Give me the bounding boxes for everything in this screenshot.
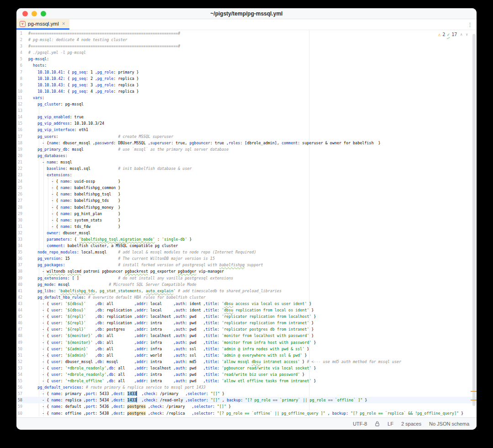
line-number[interactable]: 43 — [16, 300, 28, 307]
schema-label[interactable]: No JSON schema — [429, 421, 469, 427]
code-line[interactable]: 12 pg_cluster: pg-mssql — [16, 101, 477, 107]
code-line[interactable]: 4# ./pgsql.yml -l pg-mssql — [16, 49, 477, 56]
code-line[interactable]: 45 - { user: '${repl}' ,db: replication … — [16, 313, 477, 320]
line-number[interactable]: 44 — [16, 307, 28, 313]
code-line[interactable]: 6 hosts: — [16, 62, 477, 69]
code-line[interactable]: 59 - { name: default ,port: 5436 ,dest: … — [16, 403, 477, 410]
line-number[interactable]: 22 — [16, 165, 28, 172]
code-line[interactable]: 27 - { name: babelfishpg_tds } — [16, 197, 477, 204]
code-line[interactable]: 7 10.10.10.41: { pg_seq: 1 ,pg_role: pri… — [16, 69, 477, 75]
line-number[interactable]: 21 — [16, 159, 28, 165]
line-number[interactable]: 32 — [16, 230, 28, 236]
line-number[interactable]: 59 — [16, 403, 28, 410]
encoding-label[interactable]: UTF-8 — [353, 421, 367, 427]
code-line[interactable]: 48 - { user: '${monitor}' ,db: all ,addr… — [16, 332, 477, 339]
code-line[interactable]: 23 extensions: — [16, 172, 477, 178]
code-line[interactable]: 37 pg_packages: # install forked version… — [16, 262, 477, 268]
code-line[interactable]: 25 - { name: babelfishpg_common } — [16, 184, 477, 191]
line-number[interactable]: 24 — [16, 178, 28, 184]
code-line[interactable]: 58 - { name: replica ,port: 5434 ,dest: … — [16, 397, 477, 403]
line-number[interactable]: 28 — [16, 204, 28, 211]
line-number[interactable]: 10 — [16, 88, 28, 95]
line-number[interactable]: 47 — [16, 326, 28, 332]
line-number[interactable]: 42 — [16, 294, 28, 300]
error-stripe-mark[interactable] — [471, 400, 477, 401]
code-line[interactable]: 26 - { name: babelfishpg_tsql } — [16, 191, 477, 197]
code-line[interactable]: 33 parameters: { 'babelfishpg_tsql.migra… — [16, 236, 477, 242]
line-number[interactable]: 25 — [16, 184, 28, 191]
editor[interactable]: 1#======================================… — [16, 30, 477, 417]
code-line[interactable]: 5pg-mssql: — [16, 56, 477, 62]
code-line[interactable]: 34 comment: babelfish cluster, a MSSQL c… — [16, 242, 477, 249]
code-line[interactable]: 9 10.10.10.43: { pg_seq: 3 ,pg_role: rep… — [16, 82, 477, 88]
code-line[interactable]: 55 - { user: '+dbrole_offline' ,db: all … — [16, 378, 477, 384]
code-line[interactable]: 51 - { user: '${admin}' ,db: all ,addr: … — [16, 352, 477, 358]
code-line[interactable]: 19 pg_primary_db: mssql # use `mssql` as… — [16, 146, 477, 153]
code-line[interactable]: 38 - wiltondb sqlcmd patroni pgbouncer p… — [16, 268, 477, 274]
code-line[interactable]: 56 pg_default_services: # route primary … — [16, 384, 477, 390]
line-number[interactable]: 60 — [16, 410, 28, 416]
line-number[interactable]: 39 — [16, 275, 28, 281]
next-problem-icon[interactable]: ∨ — [466, 32, 468, 37]
line-number[interactable]: 37 — [16, 262, 28, 268]
line-number[interactable]: 45 — [16, 313, 28, 320]
code-line[interactable]: 49 - { user: '${monitor}' ,db: all ,addr… — [16, 339, 477, 346]
error-stripe-mark[interactable] — [471, 391, 477, 392]
code-line[interactable]: 39 pg_extensions: [ ] # do not install a… — [16, 275, 477, 281]
code-line[interactable]: 32 owner: dbuser_mssql — [16, 230, 477, 236]
lock-icon[interactable] — [375, 421, 380, 427]
code-line[interactable]: 53 - { user: '+dbrole_readonly',db: all … — [16, 365, 477, 371]
indent-label[interactable]: 2 spaces — [401, 421, 421, 427]
code-line[interactable]: 35 node_repo_modules: local,mssql # add … — [16, 249, 477, 255]
code-line[interactable]: 42 pg_default_hba_rules: # overwrite def… — [16, 294, 477, 300]
more-options-icon[interactable]: ⋮ — [467, 19, 472, 30]
line-number[interactable]: 15 — [16, 120, 28, 126]
code-line[interactable]: 16 pg_vip_interface: eth1 — [16, 126, 477, 133]
code-line[interactable]: 44 - { user: '${dbsu}' ,db: replication … — [16, 307, 477, 313]
code-line[interactable]: 8 10.10.10.42: { pg_seq: 2 ,pg_role: rep… — [16, 75, 477, 82]
line-number[interactable]: 38 — [16, 268, 28, 274]
line-number[interactable]: 5 — [16, 56, 28, 62]
line-number[interactable]: 52 — [16, 358, 28, 365]
line-number[interactable]: 19 — [16, 146, 28, 153]
tab-close-icon[interactable]: × — [62, 21, 65, 26]
code-line[interactable]: 52 - { user: dbuser_mssql ,db: mssql ,ad… — [16, 358, 477, 365]
code-line[interactable]: 60 - { name: offline ,port: 5438 ,dest: … — [16, 410, 477, 416]
line-number[interactable]: 54 — [16, 371, 28, 378]
code-line[interactable]: 31 - { name: tds_fdw } — [16, 223, 477, 230]
code-line[interactable]: 30 - { name: system_stats } — [16, 217, 477, 223]
code-line[interactable]: 24 - { name: uuid-ossp } — [16, 178, 477, 184]
code-line[interactable]: 43 - { user: '${dbsu}' ,db: all ,addr: l… — [16, 300, 477, 307]
close-window-button[interactable] — [22, 11, 28, 16]
code-line[interactable]: 10 10.10.10.44: { pg_seq: 4 ,pg_role: re… — [16, 88, 477, 95]
line-number[interactable]: 53 — [16, 365, 28, 371]
line-number[interactable]: 55 — [16, 378, 28, 384]
code-line[interactable]: 29 - { name: pg_hint_plan } — [16, 211, 477, 217]
line-number[interactable]: 41 — [16, 288, 28, 294]
line-number[interactable]: 57 — [16, 390, 28, 397]
minimize-window-button[interactable] — [31, 11, 37, 16]
tab-pg-mssql-yml[interactable]: Y pg-mssql.yml × — [16, 19, 69, 30]
code-line[interactable]: 3#======================================… — [16, 43, 477, 49]
line-number[interactable]: 27 — [16, 197, 28, 204]
line-number[interactable]: 29 — [16, 211, 28, 217]
line-number[interactable]: 51 — [16, 352, 28, 358]
inspections-widget[interactable]: ⚠2 ✓17 ∧ ∨ — [436, 32, 469, 37]
line-number[interactable]: 58 — [16, 397, 28, 403]
code-line[interactable]: 17 pg_users: # create MSSQL superuser — [16, 133, 477, 140]
code-line[interactable]: 47 - { user: '${repl}' ,db: postgres ,ad… — [16, 326, 477, 332]
code-line[interactable]: 22 baseline: mssql.sql # init babelfish … — [16, 165, 477, 172]
line-number[interactable]: 23 — [16, 172, 28, 178]
code-line[interactable]: 13 — [16, 107, 477, 114]
line-number[interactable]: 18 — [16, 140, 28, 146]
line-number[interactable]: 2 — [16, 37, 28, 43]
code-line[interactable]: 50 - { user: '${admin}' ,db: all ,addr: … — [16, 346, 477, 352]
line-number[interactable]: 40 — [16, 281, 28, 288]
line-number[interactable]: 26 — [16, 191, 28, 197]
code-line[interactable]: 2# pg-mssql: dedicate 4 node testing clu… — [16, 37, 477, 43]
line-number[interactable]: 49 — [16, 339, 28, 346]
code-line[interactable]: 18 - {name: dbuser_mssql ,password: DBUs… — [16, 140, 477, 146]
line-number[interactable]: 16 — [16, 126, 28, 133]
line-number[interactable]: 56 — [16, 384, 28, 390]
line-number[interactable]: 33 — [16, 236, 28, 242]
